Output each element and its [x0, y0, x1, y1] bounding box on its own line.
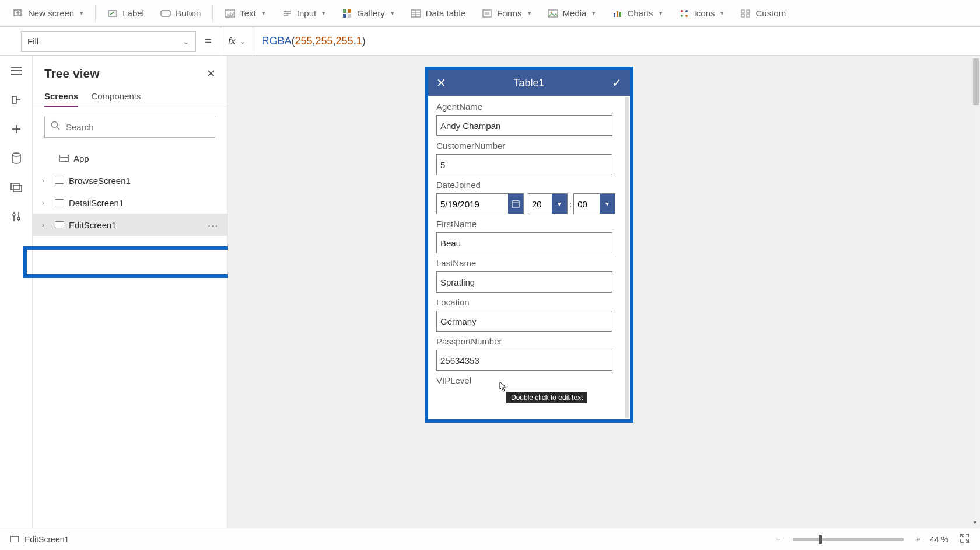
field-label-customernumber: CustomerNumber — [436, 141, 622, 151]
chevron-down-icon: ▾ — [552, 194, 567, 214]
tree-item-browse[interactable]: › BrowseScreen1 — [33, 169, 227, 192]
tooltip: Double click to edit text — [506, 392, 587, 403]
canvas-scrollbar[interactable]: ▾ — [972, 56, 980, 528]
insert-icons-menu[interactable]: Icons ▾ — [671, 5, 733, 22]
svg-point-28 — [681, 10, 683, 12]
media-rail-icon[interactable] — [10, 181, 23, 194]
more-icon[interactable]: ··· — [208, 220, 219, 230]
tree-item-edit[interactable]: › EditScreen1 ··· — [33, 214, 227, 236]
insert-custom-menu[interactable]: Custom — [732, 5, 794, 22]
hamburger-icon[interactable] — [10, 64, 23, 77]
screen-icon — [55, 221, 64, 228]
tree-search-input[interactable] — [66, 122, 209, 132]
calendar-icon[interactable] — [508, 194, 523, 214]
add-icon[interactable] — [10, 123, 23, 135]
chevron-down-icon: ▾ — [80, 9, 83, 17]
media-icon — [548, 8, 558, 19]
minute-value: 00 — [574, 199, 600, 209]
equals-label: = — [196, 34, 220, 48]
svg-text:abl: abl — [227, 11, 234, 17]
svg-point-30 — [681, 15, 683, 17]
tree-item-app[interactable]: App — [33, 147, 227, 169]
field-input-agentname[interactable]: Andy Champan — [436, 115, 612, 136]
svg-point-10 — [284, 10, 286, 12]
tree-search-box[interactable] — [44, 116, 215, 138]
screen-icon — [10, 536, 19, 542]
tree-view-title: Tree view — [44, 67, 100, 81]
button-icon — [160, 8, 171, 19]
date-picker[interactable]: 5/19/2019 — [436, 193, 524, 214]
property-selector[interactable]: Fill ⌄ — [21, 31, 196, 52]
tree-view-panel: Tree view ✕ Screens Components App › Bro… — [33, 56, 228, 528]
formula-input[interactable]: RGBA(255, 255, 255, 1) — [253, 27, 980, 55]
tab-screens[interactable]: Screens — [44, 86, 78, 107]
field-input-location[interactable]: Germany — [436, 311, 612, 332]
fx-icon: fx — [228, 36, 235, 47]
svg-rect-32 — [741, 10, 744, 13]
minute-select[interactable]: 00 ▾ — [573, 193, 615, 214]
caret-icon: › — [42, 221, 50, 228]
field-input-lastname[interactable]: Spratling — [436, 271, 612, 293]
check-icon[interactable]: ✓ — [612, 76, 622, 90]
field-input-firstname[interactable]: Beau — [436, 232, 612, 253]
insert-label-button[interactable]: Label — [99, 5, 152, 22]
field-label-passport: PassportNumber — [436, 336, 622, 346]
field-input-customernumber[interactable]: 5 — [436, 154, 612, 175]
svg-rect-43 — [13, 185, 22, 192]
hour-select[interactable]: 20 ▾ — [528, 193, 568, 214]
insert-forms-menu[interactable]: Forms ▾ — [474, 5, 540, 22]
field-input-passport[interactable]: 25634353 — [436, 350, 612, 371]
svg-point-47 — [18, 217, 20, 220]
insert-label-text: Label — [123, 8, 144, 18]
zoom-percent: 44 — [930, 535, 939, 544]
inner-scrollbar[interactable] — [625, 97, 629, 418]
tab-components[interactable]: Components — [91, 86, 141, 107]
expand-icon[interactable] — [960, 534, 970, 545]
insert-charts-menu[interactable]: Charts ▾ — [604, 5, 670, 22]
insert-media-menu[interactable]: Media ▾ — [540, 5, 604, 22]
form-title: Table1 — [513, 77, 544, 89]
svg-point-24 — [550, 11, 552, 13]
data-icon[interactable] — [10, 152, 23, 165]
svg-point-11 — [286, 12, 288, 14]
chevron-down-icon: ▾ — [391, 9, 394, 17]
insert-data-table-button[interactable]: Data table — [402, 5, 474, 22]
svg-rect-26 — [617, 11, 618, 17]
chevron-down-icon: ▾ — [528, 9, 531, 17]
design-canvas[interactable]: ✕ Table1 ✓ AgentName Andy Champan Custom… — [228, 56, 980, 528]
tree-item-label: BrowseScreen1 — [69, 176, 131, 186]
zoom-in-button[interactable]: + — [912, 534, 924, 545]
insert-button-text: Button — [176, 8, 201, 18]
scroll-down-icon[interactable]: ▾ — [974, 519, 977, 525]
new-screen-menu[interactable]: New screen ▾ — [5, 5, 92, 22]
scrollbar-thumb[interactable] — [973, 58, 979, 105]
fx-button[interactable]: fx ⌄ — [220, 27, 253, 55]
chevron-down-icon: ▾ — [600, 194, 615, 214]
formula-fn: RGBA — [261, 35, 291, 47]
selection-highlight — [23, 246, 235, 278]
svg-rect-50 — [512, 201, 519, 207]
insert-input-menu[interactable]: Input ▾ — [274, 5, 334, 22]
insert-media-label: Media — [563, 8, 587, 18]
insert-text-menu[interactable]: abl Text ▾ — [216, 5, 274, 22]
phone-preview: ✕ Table1 ✓ AgentName Andy Champan Custom… — [425, 67, 634, 423]
zoom-slider[interactable] — [793, 538, 904, 541]
advanced-tools-icon[interactable] — [10, 210, 23, 223]
gallery-icon — [342, 8, 352, 19]
tree-view-icon[interactable] — [10, 93, 23, 106]
screen-icon — [55, 177, 64, 184]
insert-charts-label: Charts — [627, 8, 653, 18]
zoom-slider-thumb[interactable] — [819, 535, 822, 544]
insert-gallery-menu[interactable]: Gallery ▾ — [334, 5, 402, 22]
hour-value: 20 — [528, 199, 552, 209]
svg-point-46 — [13, 214, 15, 216]
insert-button-button[interactable]: Button — [152, 5, 209, 22]
close-icon[interactable]: ✕ — [436, 76, 446, 90]
chevron-down-icon: ⌄ — [183, 37, 190, 46]
ribbon-separator — [95, 5, 96, 22]
close-icon[interactable]: ✕ — [206, 67, 215, 80]
tree-item-label: EditScreen1 — [69, 220, 117, 230]
tree-item-detail[interactable]: › DetailScreen1 — [33, 192, 227, 214]
zoom-out-button[interactable]: − — [772, 534, 784, 545]
field-label-firstname: FirstName — [436, 219, 622, 229]
